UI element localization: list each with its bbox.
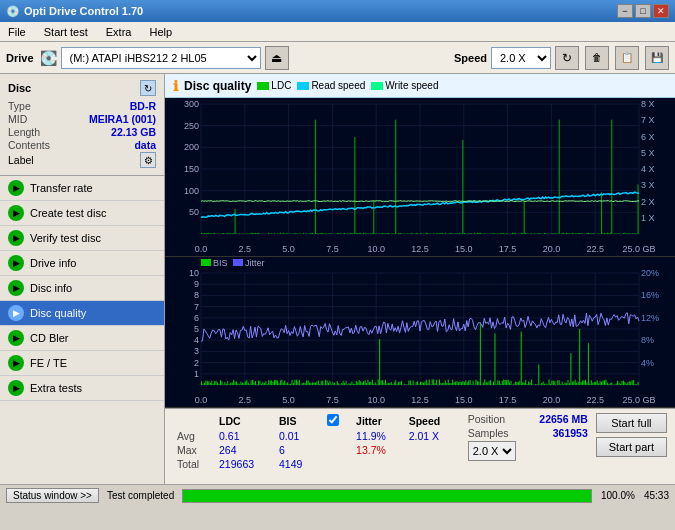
transfer-rate-icon: ▶ — [8, 180, 24, 196]
disc-panel-title: Disc — [8, 82, 31, 94]
fe-te-label: FE / TE — [30, 357, 67, 369]
erase-button[interactable]: 🗑 — [585, 46, 609, 70]
minimize-button[interactable]: − — [617, 4, 633, 18]
verify-test-disc-icon: ▶ — [8, 230, 24, 246]
legend-ldc: LDC — [257, 80, 291, 91]
menu-extra[interactable]: Extra — [102, 25, 136, 39]
avg-label: Avg — [173, 429, 215, 443]
stats-table: LDC BIS Jitter Speed Avg 0.61 0.01 11.9% — [173, 413, 460, 471]
max-jitter-value: 13.7% — [352, 443, 405, 457]
avg-speed-value: 2.01 X — [405, 429, 460, 443]
legend-read-speed-color — [297, 82, 309, 90]
disc-label-button[interactable]: ⚙ — [140, 152, 156, 168]
avg-bis-value: 0.01 — [275, 429, 319, 443]
avg-ldc-value: 0.61 — [215, 429, 275, 443]
stats-ldc-header: LDC — [215, 413, 275, 429]
disc-contents-value: data — [134, 139, 156, 151]
position-value: 22656 MB — [539, 413, 587, 425]
fe-te-icon: ▶ — [8, 355, 24, 371]
sidebar-item-cd-bler[interactable]: ▶ CD Bler — [0, 326, 164, 351]
total-label: Total — [173, 457, 215, 471]
sidebar-item-transfer-rate[interactable]: ▶ Transfer rate — [0, 176, 164, 201]
maximize-button[interactable]: □ — [635, 4, 651, 18]
main-area: Disc ↻ Type BD-R MID MEIRA1 (001) Length… — [0, 74, 675, 484]
sidebar-item-verify-test-disc[interactable]: ▶ Verify test disc — [0, 226, 164, 251]
toolbar: Drive 💽 (M:) ATAPI iHBS212 2 HL05 ⏏ Spee… — [0, 42, 675, 74]
disc-label-row: Label ⚙ — [8, 152, 156, 168]
menu-help[interactable]: Help — [145, 25, 176, 39]
chart2-section — [165, 257, 675, 408]
create-test-disc-icon: ▶ — [8, 205, 24, 221]
drive-info-icon: ▶ — [8, 255, 24, 271]
progress-percentage: 100.0% — [600, 490, 636, 501]
speed-select-row: 2.0 X — [468, 441, 588, 461]
legend-ldc-label: LDC — [271, 80, 291, 91]
verify-test-disc-label: Verify test disc — [30, 232, 101, 244]
drive-section: 💽 (M:) ATAPI iHBS212 2 HL05 ⏏ — [40, 46, 448, 70]
position-label: Position — [468, 413, 505, 425]
close-button[interactable]: ✕ — [653, 4, 669, 18]
disc-contents-label: Contents — [8, 139, 50, 151]
drive-label: Drive — [6, 52, 34, 64]
sidebar-item-disc-quality[interactable]: ▶ Disc quality — [0, 301, 164, 326]
drive-info-label: Drive info — [30, 257, 76, 269]
cd-bler-label: CD Bler — [30, 332, 69, 344]
position-row: Position 22656 MB — [468, 413, 588, 425]
disc-quality-icon: ▶ — [8, 305, 24, 321]
start-part-button[interactable]: Start part — [596, 437, 667, 457]
cd-bler-icon: ▶ — [8, 330, 24, 346]
speed-selector[interactable]: 2.0 X — [491, 47, 551, 69]
drive-icon: 💽 — [40, 50, 57, 66]
speed-section: Speed 2.0 X ↻ — [454, 46, 579, 70]
sidebar-item-extra-tests[interactable]: ▶ Extra tests — [0, 376, 164, 401]
disc-label-label: Label — [8, 154, 34, 166]
elapsed-time: 45:33 — [644, 490, 669, 501]
sidebar-item-disc-info[interactable]: ▶ Disc info — [0, 276, 164, 301]
disc-refresh-button[interactable]: ↻ — [140, 80, 156, 96]
drive-selector[interactable]: (M:) ATAPI iHBS212 2 HL05 — [61, 47, 261, 69]
disc-length-row: Length 22.13 GB — [8, 126, 156, 138]
sidebar-item-fe-te[interactable]: ▶ FE / TE — [0, 351, 164, 376]
start-full-button[interactable]: Start full — [596, 413, 667, 433]
speed-label: Speed — [454, 52, 487, 64]
disc-length-label: Length — [8, 126, 40, 138]
disc-info-panel: Disc ↻ Type BD-R MID MEIRA1 (001) Length… — [0, 74, 164, 176]
eject-button[interactable]: ⏏ — [265, 46, 289, 70]
window-controls: − □ ✕ — [617, 4, 669, 18]
app-icon: 💿 — [6, 5, 20, 18]
chart1-section — [165, 98, 675, 257]
disc-quality-label: Disc quality — [30, 307, 86, 319]
title-area: 💿 Opti Drive Control 1.70 — [6, 5, 143, 18]
stats-speed-selector[interactable]: 2.0 X — [468, 441, 516, 461]
disc-type-value: BD-R — [130, 100, 156, 112]
samples-row: Samples 361953 — [468, 427, 588, 439]
bis-jitter-chart — [165, 257, 675, 407]
sidebar-item-drive-info[interactable]: ▶ Drive info — [0, 251, 164, 276]
stats-bis-header: BIS — [275, 413, 319, 429]
transfer-rate-label: Transfer rate — [30, 182, 93, 194]
legend-read-speed: Read speed — [297, 80, 365, 91]
disc-quality-header-icon: ℹ — [173, 78, 178, 94]
menubar: File Start test Extra Help — [0, 22, 675, 42]
samples-value: 361953 — [553, 427, 588, 439]
disc-info-label: Disc info — [30, 282, 72, 294]
legend-ldc-color — [257, 82, 269, 90]
total-ldc-value: 219663 — [215, 457, 275, 471]
disc-mid-value: MEIRA1 (001) — [89, 113, 156, 125]
jitter-checkbox[interactable] — [327, 414, 339, 426]
sidebar-item-create-test-disc[interactable]: ▶ Create test disc — [0, 201, 164, 226]
legend-write-speed-color — [371, 82, 383, 90]
menu-start-test[interactable]: Start test — [40, 25, 92, 39]
menu-file[interactable]: File — [4, 25, 30, 39]
refresh-button[interactable]: ↻ — [555, 46, 579, 70]
copy-button[interactable]: 📋 — [615, 46, 639, 70]
chart1-legend: LDC Read speed Write speed — [257, 80, 438, 91]
disc-mid-row: MID MEIRA1 (001) — [8, 113, 156, 125]
disc-quality-header: ℹ Disc quality LDC Read speed Write spee… — [165, 74, 675, 98]
progress-fill — [183, 490, 591, 502]
save-button[interactable]: 💾 — [645, 46, 669, 70]
extra-tests-icon: ▶ — [8, 380, 24, 396]
stats-empty-header — [173, 413, 215, 429]
status-window-button[interactable]: Status window >> — [6, 488, 99, 503]
samples-label: Samples — [468, 427, 509, 439]
